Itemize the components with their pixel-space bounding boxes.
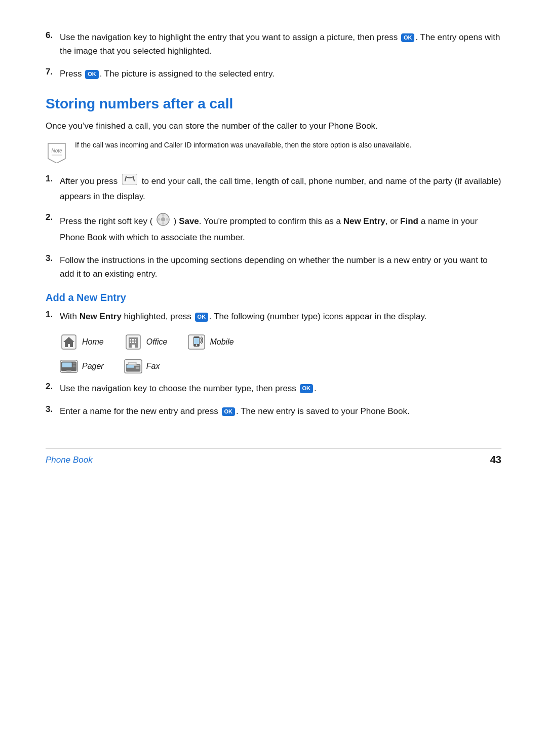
- sub-items-2: 2. Use the navigation key to choose the …: [46, 382, 501, 418]
- main-item-1-num: 1.: [46, 174, 60, 184]
- ok-badge-4: OK: [300, 384, 314, 393]
- page-content: 6. Use the navigation key to highlight t…: [46, 30, 501, 466]
- footer-chapter: Phone Book: [46, 455, 93, 465]
- svg-rect-17: [132, 339, 134, 341]
- section-intro: Once you’ve finished a call, you can sto…: [46, 119, 501, 133]
- icon-fax: Fax: [124, 357, 160, 375]
- ok-badge-3: OK: [195, 313, 209, 321]
- sub-item-2-num: 2.: [46, 382, 60, 392]
- svg-rect-36: [129, 363, 135, 364]
- svg-point-7: [161, 217, 165, 221]
- main-item-2-num: 2.: [46, 212, 60, 222]
- sub-item-1: 1. With New Entry highlighted, press OK.…: [46, 310, 501, 323]
- svg-rect-30: [73, 362, 76, 364]
- find-label: Find: [400, 216, 418, 225]
- icons-section: Home: [60, 333, 501, 375]
- item-6: 6. Use the navigation key to highlight t…: [46, 30, 501, 58]
- item-6-text: Use the navigation key to highlight the …: [60, 30, 501, 58]
- office-label: Office: [146, 337, 168, 347]
- svg-point-9: [162, 222, 165, 224]
- fax-icon: [124, 359, 142, 374]
- note-svg: Note: [46, 141, 68, 163]
- ok-badge-5: OK: [222, 407, 236, 416]
- note-icon: Note: [46, 141, 68, 166]
- home-icon-box: [60, 333, 78, 351]
- svg-rect-19: [130, 342, 131, 343]
- sub-item-3-num: 3.: [46, 404, 60, 414]
- svg-rect-37: [135, 365, 139, 366]
- mobile-icon-box: [187, 333, 206, 351]
- save-label: Save: [179, 216, 199, 225]
- svg-point-26: [196, 344, 198, 346]
- main-numbered-items: 1. After you press to end your call, the…: [46, 174, 501, 281]
- item-7: 7. Press OK. The picture is assigned to …: [46, 67, 501, 81]
- svg-rect-39: [126, 365, 134, 368]
- main-item-3-text: Follow the instructions in the upcoming …: [60, 253, 501, 281]
- new-entry-label: New Entry: [343, 216, 385, 225]
- icons-row-1: Home: [60, 333, 501, 351]
- svg-rect-29: [62, 362, 72, 367]
- svg-rect-25: [194, 338, 199, 344]
- footer-page: 43: [490, 454, 501, 466]
- sub-item-1-num: 1.: [46, 310, 60, 320]
- top-items: 6. Use the navigation key to highlight t…: [46, 30, 501, 81]
- home-icon: [61, 334, 77, 350]
- svg-rect-21: [135, 342, 136, 343]
- svg-point-8: [162, 214, 165, 216]
- sub-item-3-text: Enter a name for the new entry and press…: [60, 404, 501, 418]
- main-item-2: 2. Press the right soft key ( ) Save. Yo…: [46, 212, 501, 244]
- item-6-num: 6.: [46, 30, 60, 41]
- soft-key-icon: [156, 212, 170, 231]
- mobile-label: Mobile: [210, 337, 233, 347]
- sub-item-3: 3. Enter a name for the new entry and pr…: [46, 404, 501, 418]
- main-item-2-text: Press the right soft key ( ) Save. You'r…: [60, 212, 501, 244]
- svg-rect-16: [130, 339, 131, 341]
- main-item-3: 3. Follow the instructions in the upcomi…: [46, 253, 501, 281]
- sub-item-2-text: Use the navigation key to choose the num…: [60, 382, 501, 395]
- pager-icon-box: [60, 357, 78, 375]
- sub-item-2: 2. Use the navigation key to choose the …: [46, 382, 501, 395]
- end-call-icon: [122, 174, 137, 189]
- office-icon-box: [124, 333, 142, 351]
- pager-label: Pager: [82, 362, 104, 371]
- fax-label: Fax: [146, 362, 160, 371]
- section-heading: Storing numbers after a call: [46, 95, 501, 112]
- note-text: If the call was incoming and Caller ID i…: [75, 140, 412, 150]
- svg-rect-31: [73, 365, 76, 367]
- item-7-text: Press OK. The picture is assigned to the…: [60, 67, 501, 81]
- footer: Phone Book 43: [46, 448, 501, 466]
- icon-home: Home: [60, 333, 104, 351]
- ok-badge: OK: [401, 33, 415, 42]
- office-icon: [125, 334, 141, 350]
- pager-icon: [60, 359, 78, 373]
- icon-pager: Pager: [60, 357, 104, 375]
- svg-point-10: [158, 218, 161, 220]
- ok-badge-2: OK: [85, 70, 99, 79]
- svg-rect-20: [132, 342, 134, 343]
- main-item-1-text: After you press to end your call, the ca…: [60, 174, 501, 203]
- icons-row-2: Pager: [60, 357, 501, 375]
- home-label: Home: [82, 337, 104, 347]
- main-item-1: 1. After you press to end your call, the…: [46, 174, 501, 203]
- svg-point-11: [166, 218, 169, 220]
- new-entry-bold: New Entry: [80, 312, 122, 321]
- main-item-3-num: 3.: [46, 253, 60, 263]
- svg-rect-38: [135, 367, 139, 369]
- svg-rect-3: [122, 174, 137, 185]
- icon-office: Office: [124, 333, 168, 351]
- sub-heading: Add a New Entry: [46, 292, 501, 304]
- fax-icon-box: [124, 357, 142, 375]
- mobile-icon: [187, 334, 206, 350]
- svg-rect-18: [135, 339, 136, 341]
- svg-rect-22: [132, 345, 135, 348]
- icon-mobile: Mobile: [187, 333, 233, 351]
- sub-item-1-text: With New Entry highlighted, press OK. Th…: [60, 310, 501, 323]
- svg-rect-32: [66, 370, 71, 371]
- note-box: Note If the call was incoming and Caller…: [46, 140, 501, 166]
- item-7-num: 7.: [46, 67, 60, 77]
- svg-text:Note: Note: [51, 148, 62, 154]
